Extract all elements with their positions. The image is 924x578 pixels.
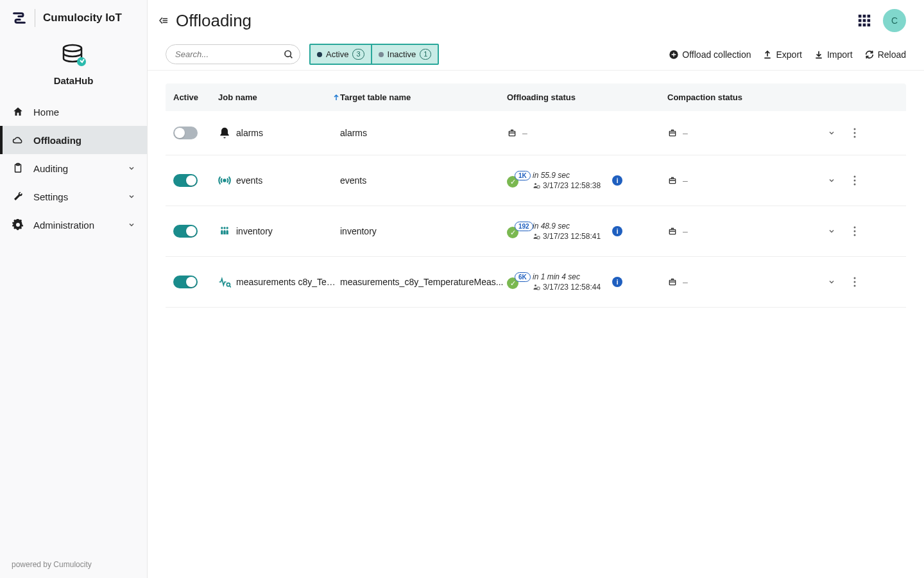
- svg-point-20: [223, 179, 225, 181]
- row-more-menu[interactable]: [853, 226, 873, 236]
- svg-rect-4: [859, 15, 862, 18]
- svg-point-24: [854, 176, 856, 178]
- svg-rect-11: [863, 24, 866, 27]
- box-icon: [667, 277, 678, 287]
- offload-collection-label: Offload collection: [682, 49, 751, 60]
- box-icon: [667, 226, 678, 236]
- col-compstatus[interactable]: Compaction status: [667, 92, 828, 102]
- svg-point-17: [854, 128, 856, 130]
- status-dash: –: [683, 128, 688, 138]
- col-active[interactable]: Active: [173, 92, 218, 102]
- info-icon[interactable]: i: [612, 175, 622, 186]
- svg-rect-10: [859, 24, 862, 27]
- expand-row[interactable]: [828, 177, 853, 184]
- nav-settings-label: Settings: [33, 191, 68, 202]
- nav-administration[interactable]: Administration: [0, 211, 147, 239]
- col-target[interactable]: Target table name: [340, 92, 507, 102]
- svg-point-29: [227, 227, 228, 229]
- wrench-icon: [12, 190, 24, 203]
- search-input[interactable]: [166, 44, 300, 64]
- svg-rect-9: [868, 19, 871, 22]
- bell-icon: [218, 127, 231, 139]
- product-name: DataHub: [0, 75, 147, 86]
- table-row: eventsevents✓1Kin 55.9 sec 3/17/23 12:58…: [166, 155, 906, 206]
- database-icon: [60, 41, 88, 69]
- active-toggle[interactable]: [173, 127, 198, 139]
- target-name: inventory: [340, 226, 507, 236]
- avatar-initial: C: [891, 15, 898, 26]
- svg-rect-16: [669, 131, 675, 136]
- info-icon[interactable]: i: [612, 226, 622, 236]
- status-badge: ✓6K: [507, 275, 526, 289]
- filter-active[interactable]: Active 3: [311, 45, 371, 64]
- import-button[interactable]: Import: [814, 49, 853, 60]
- apps-grid-icon[interactable]: [857, 13, 871, 28]
- svg-point-35: [854, 234, 856, 236]
- svg-rect-15: [509, 131, 515, 136]
- reload-button[interactable]: Reload: [864, 49, 906, 60]
- svg-rect-5: [863, 15, 866, 18]
- broadcast-icon: [218, 174, 231, 187]
- expand-row[interactable]: [828, 227, 853, 235]
- svg-rect-12: [868, 24, 871, 27]
- search-box: [166, 44, 300, 64]
- active-toggle[interactable]: [173, 225, 198, 238]
- nav-home-label: Home: [33, 107, 59, 118]
- reload-icon: [864, 49, 875, 60]
- nav-administration-label: Administration: [33, 220, 94, 231]
- status-timestamp: 3/17/23 12:58:38: [533, 181, 601, 190]
- nav-settings[interactable]: Settings: [0, 182, 147, 211]
- dot-icon: [317, 52, 322, 57]
- job-name: measurements c8y_Temp...: [236, 277, 340, 287]
- svg-rect-22: [537, 186, 540, 188]
- avatar[interactable]: C: [883, 9, 906, 32]
- reload-label: Reload: [878, 49, 906, 60]
- row-more-menu[interactable]: [853, 128, 873, 138]
- collapse-sidebar-icon[interactable]: [158, 15, 169, 26]
- row-more-menu[interactable]: [853, 175, 873, 186]
- expand-row[interactable]: [828, 129, 853, 137]
- toolbar: Active 3 Inactive 1 Offload collection E…: [148, 39, 924, 71]
- footer-text: powered by Cumulocity: [0, 551, 147, 578]
- nav-offloading[interactable]: Offloading: [0, 126, 147, 154]
- status-duration: in 55.9 sec: [533, 171, 601, 180]
- svg-point-40: [854, 277, 856, 279]
- active-toggle[interactable]: [173, 276, 198, 288]
- nav-auditing-label: Auditing: [33, 163, 68, 174]
- nav-offloading-label: Offloading: [33, 135, 81, 146]
- search-icon[interactable]: [284, 49, 294, 60]
- target-name: measurements_c8y_TemperatureMeas...: [340, 277, 507, 287]
- col-job[interactable]: Job name: [218, 92, 340, 102]
- filter-active-count: 3: [352, 49, 364, 60]
- filter-inactive[interactable]: Inactive 1: [371, 45, 438, 64]
- table-row: inventoryinventory✓192in 48.9 sec 3/17/2…: [166, 206, 906, 257]
- svg-point-41: [854, 281, 856, 283]
- status-dash: –: [522, 128, 527, 138]
- table-header: Active Job name Target table name Offloa…: [166, 83, 906, 111]
- svg-point-27: [221, 227, 223, 229]
- info-icon[interactable]: i: [612, 277, 622, 287]
- svg-point-28: [223, 227, 225, 229]
- nav-home[interactable]: Home: [0, 98, 147, 126]
- col-offstatus[interactable]: Offloading status: [507, 92, 667, 102]
- home-icon: [12, 105, 24, 118]
- export-button[interactable]: Export: [762, 49, 801, 60]
- nav-auditing[interactable]: Auditing: [0, 154, 147, 182]
- clipboard-icon: [12, 162, 24, 175]
- svg-point-26: [854, 184, 856, 186]
- page-title: Offloading: [176, 11, 252, 31]
- offload-collection-button[interactable]: Offload collection: [669, 49, 751, 60]
- status-badge: ✓1K: [507, 173, 526, 188]
- status-timestamp: 3/17/23 12:58:44: [533, 283, 601, 292]
- col-job-label: Job name: [218, 92, 257, 102]
- active-toggle[interactable]: [173, 174, 198, 187]
- svg-point-21: [535, 183, 536, 185]
- sort-asc-icon[interactable]: [332, 93, 340, 102]
- svg-point-30: [535, 234, 536, 236]
- expand-row[interactable]: [828, 278, 853, 286]
- status-count: 6K: [515, 272, 531, 282]
- svg-rect-31: [537, 236, 540, 239]
- row-more-menu[interactable]: [853, 277, 873, 287]
- toolbar-actions: Offload collection Export Import Reload: [669, 49, 906, 60]
- download-icon: [814, 49, 824, 60]
